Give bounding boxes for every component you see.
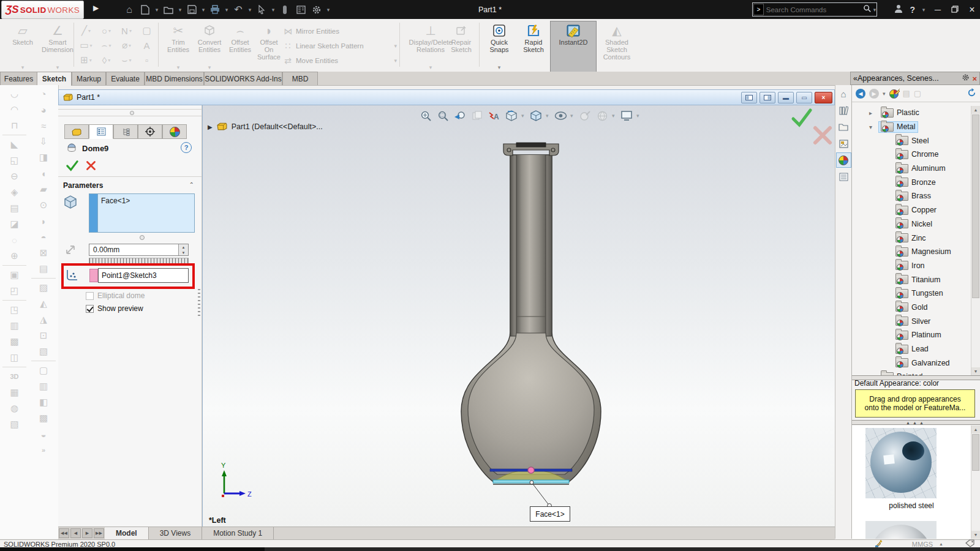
shaded-sketch-contours-button[interactable]: ◭ Shaded Sketch Contours xyxy=(595,21,638,72)
left-toolbar-icon[interactable]: ▧ xyxy=(0,417,29,432)
help-circle-icon[interactable]: ? xyxy=(181,142,192,153)
search-icon[interactable] xyxy=(863,4,872,15)
flask-model[interactable]: Y Z xyxy=(203,105,835,527)
dropdown-arrow-icon[interactable]: ▾ xyxy=(108,28,111,34)
elliptical-dome-option[interactable]: Elliptical dome xyxy=(86,291,145,300)
appearance-tree-item[interactable]: Silver xyxy=(852,314,971,328)
select-cursor-icon[interactable] xyxy=(255,3,268,17)
quick-snaps-button[interactable]: Quick Snaps ▾ xyxy=(483,21,516,72)
custom-properties-icon[interactable] xyxy=(836,169,851,184)
left-toolbar-icon[interactable]: ⊕ xyxy=(0,249,29,263)
convert-entities-button[interactable]: Convert Entities ▾ xyxy=(192,21,227,72)
appearance-tree-item[interactable]: Tungsten xyxy=(852,287,971,301)
file-properties-icon[interactable] xyxy=(294,3,307,17)
distance-spinbox[interactable]: 0.00mm ▲▼ xyxy=(89,244,189,256)
doc-close-button[interactable]: × xyxy=(815,92,832,103)
appearance-tree-item[interactable]: Magnesium xyxy=(852,245,971,259)
appearance-tree-item[interactable]: ▸Plastic xyxy=(852,106,971,120)
dropdown-arrow-icon[interactable]: ▾ xyxy=(521,113,526,119)
left-toolbar-icon[interactable]: ◳ xyxy=(0,302,29,317)
doc-minimize-button[interactable]: ▬ xyxy=(778,92,794,103)
left-toolbar-icon[interactable]: ▨ xyxy=(29,280,58,295)
appearance-tree-item[interactable]: ▸Painted xyxy=(852,370,971,375)
tab-mbd[interactable]: MBD xyxy=(282,72,318,85)
left-toolbar-icon[interactable]: ◔ xyxy=(29,86,58,101)
hide-show-annotations-icon[interactable]: A xyxy=(487,108,502,123)
sketch-entity-tool[interactable]: ⌢▾ xyxy=(96,38,116,53)
flyout-expander-icon[interactable]: ▶ xyxy=(208,124,213,130)
appearance-tree-item[interactable]: Steel xyxy=(852,133,971,148)
left-toolbar-icon[interactable]: ◧ xyxy=(29,395,58,410)
home-icon[interactable]: ⌂ xyxy=(123,3,136,17)
ok-check-icon[interactable] xyxy=(66,159,79,173)
left-toolbar-icon[interactable]: ◨ xyxy=(29,150,58,165)
propertymanager-tab[interactable] xyxy=(89,124,113,139)
left-toolbar-icon[interactable]: ▤ xyxy=(0,201,29,216)
tab-markup[interactable]: Markup xyxy=(72,72,106,85)
left-toolbar-icon[interactable]: » xyxy=(29,443,58,457)
document-window-titlebar[interactable]: Part1 * ▬ ▭ × xyxy=(58,89,835,105)
tab-model[interactable]: Model xyxy=(105,527,149,539)
sketch-entity-tool[interactable]: A xyxy=(137,38,157,53)
parameters-section-header[interactable]: Parameters xyxy=(63,181,103,190)
left-toolbar-icon[interactable]: ▢ xyxy=(29,363,58,378)
sketch-entity-tool[interactable]: ▫ xyxy=(137,53,157,67)
minimize-button[interactable]: ─ xyxy=(932,5,943,15)
dropdown-arrow-icon[interactable]: ▾ xyxy=(177,64,180,70)
file-explorer-icon[interactable] xyxy=(836,119,851,135)
linear-sketch-pattern-button[interactable]: ∷ Linear Sketch Pattern ▾ xyxy=(283,39,397,53)
tab-features[interactable]: Features xyxy=(0,72,37,85)
zoom-to-fit-icon[interactable] xyxy=(418,108,433,123)
move-entities-button[interactable]: ⇄ Move Entities ▾ xyxy=(283,53,397,68)
print-icon[interactable] xyxy=(208,3,222,17)
panel-splitter-grip[interactable] xyxy=(58,109,202,116)
appearance-tree-item[interactable]: Aluminum xyxy=(852,162,971,176)
tab-scroll-first-icon[interactable]: ◀◀ xyxy=(59,528,69,538)
dropdown-arrow-icon[interactable]: ▾ xyxy=(129,43,131,48)
appearance-tree-item[interactable]: Platinum xyxy=(852,328,971,342)
tree-expander-icon[interactable]: ▾ xyxy=(869,124,879,130)
left-toolbar-icon[interactable]: ▥ xyxy=(29,379,58,394)
save-icon[interactable] xyxy=(185,3,198,17)
user-account-icon[interactable] xyxy=(894,4,903,15)
appearance-tree-item[interactable]: Titanium xyxy=(852,272,971,287)
left-toolbar-icon[interactable]: ◡ xyxy=(0,86,29,101)
left-toolbar-icon[interactable]: ▧ xyxy=(29,344,58,359)
doc-restore-button[interactable]: ▭ xyxy=(796,92,812,103)
polished-steel-thumbnail[interactable] xyxy=(865,428,937,498)
edit-appearance-wheel-icon[interactable] xyxy=(889,89,899,99)
featuremanager-flyout[interactable]: ▶ Part1 (Default<<Default>... xyxy=(208,121,323,132)
instant2d-button[interactable]: Instant2D xyxy=(550,21,597,73)
dropdown-arrow-icon[interactable]: ▾ xyxy=(612,113,617,119)
view-settings-icon[interactable] xyxy=(619,108,634,123)
save-style-icon[interactable]: ▤ xyxy=(903,89,910,98)
dropdown-arrow-icon[interactable]: ▾ xyxy=(56,64,59,70)
left-toolbar-icon[interactable]: ◈ xyxy=(0,185,29,200)
graphics-viewport[interactable]: Y Z ▶ Part1 (Default<<Default>... A ▾ ▾ … xyxy=(202,105,835,527)
appearance-tree-item[interactable]: Galvanized xyxy=(852,356,971,370)
offset-entities-button[interactable]: ⌢ Offset Entities xyxy=(224,21,256,72)
dropdown-arrow-icon[interactable]: ▾ xyxy=(394,58,397,64)
refresh-icon[interactable] xyxy=(967,88,976,99)
sketch-entity-tool[interactable]: ⌀▾ xyxy=(116,38,137,53)
spin-down-icon[interactable]: ▼ xyxy=(179,250,188,255)
left-toolbar-icon[interactable]: ▤ xyxy=(29,261,58,276)
scroll-down-icon[interactable]: ▼ xyxy=(971,367,980,375)
undo-icon[interactable]: ↶ xyxy=(232,3,245,17)
appearance-tree-item[interactable]: Chrome xyxy=(852,148,971,162)
dropdown-arrow-icon[interactable]: ▾ xyxy=(178,7,183,13)
pane-left-button[interactable] xyxy=(741,92,757,103)
dropdown-arrow-icon[interactable]: ▾ xyxy=(873,7,876,13)
view-palette-icon[interactable] xyxy=(836,136,851,151)
open-folder-icon[interactable]: ▢ xyxy=(914,89,921,98)
appearance-tree-item[interactable]: Zinc xyxy=(852,231,971,245)
appearance-tree-item[interactable]: Iron xyxy=(852,259,971,273)
preview-scrollbar[interactable]: ▲ ▼ xyxy=(971,425,980,539)
left-toolbar-icon[interactable]: ◪ xyxy=(0,217,29,231)
task-pane-header[interactable]: «Appearances, Scenes... × xyxy=(850,72,980,85)
dropdown-arrow-icon[interactable]: ▾ xyxy=(90,43,92,48)
left-toolbar-icon[interactable]: ▰ xyxy=(29,182,58,197)
dropdown-arrow-icon[interactable]: ▾ xyxy=(201,7,206,13)
collapse-chevron-icon[interactable]: ⌃ xyxy=(189,181,194,188)
configuration-manager-tab[interactable] xyxy=(113,124,138,139)
